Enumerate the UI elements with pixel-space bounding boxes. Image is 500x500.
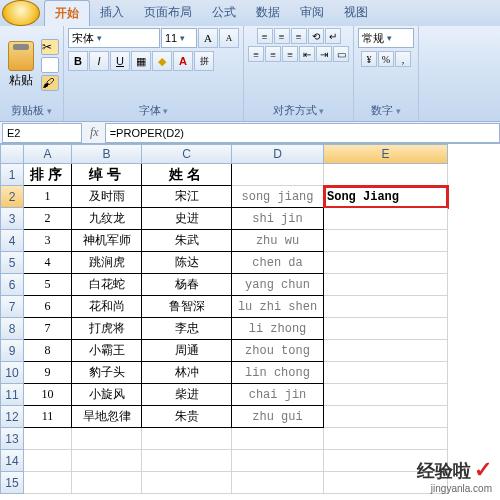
cell-D6[interactable]: yang chun	[232, 274, 324, 296]
orientation-button[interactable]: ⟲	[308, 28, 324, 44]
cell-B12[interactable]: 旱地忽律	[72, 406, 142, 428]
cell-B3[interactable]: 九纹龙	[72, 208, 142, 230]
cell-C2[interactable]: 宋江	[142, 186, 232, 208]
cell-A3[interactable]: 2	[24, 208, 72, 230]
row-header-15[interactable]: 15	[0, 472, 24, 494]
align-right-button[interactable]: ≡	[282, 46, 298, 62]
cell-E14[interactable]	[324, 450, 448, 472]
cell-A7[interactable]: 6	[24, 296, 72, 318]
paste-button[interactable]: 粘贴	[4, 39, 38, 91]
cell-C15[interactable]	[142, 472, 232, 494]
cell-E1[interactable]	[324, 164, 448, 186]
cell-A5[interactable]: 4	[24, 252, 72, 274]
phonetic-button[interactable]: 拼	[194, 51, 214, 71]
cell-E10[interactable]	[324, 362, 448, 384]
increase-indent-button[interactable]: ⇥	[316, 46, 332, 62]
cell-A2[interactable]: 1	[24, 186, 72, 208]
cell-C8[interactable]: 李忠	[142, 318, 232, 340]
cell-A13[interactable]	[24, 428, 72, 450]
col-header-D[interactable]: D	[232, 144, 324, 164]
decrease-font-button[interactable]: A	[219, 28, 239, 48]
cell-D10[interactable]: lin chong	[232, 362, 324, 384]
align-top-button[interactable]: ≡	[257, 28, 273, 44]
tab-3[interactable]: 公式	[202, 0, 246, 26]
row-header-3[interactable]: 3	[0, 208, 24, 230]
cell-B10[interactable]: 豹子头	[72, 362, 142, 384]
cell-grid[interactable]: 排序绰号姓名1及时雨宋江song jiangSong Jiang2九纹龙史进sh…	[24, 164, 448, 500]
name-box[interactable]: E2	[2, 123, 82, 143]
row-header-5[interactable]: 5	[0, 252, 24, 274]
cell-E8[interactable]	[324, 318, 448, 340]
cell-A15[interactable]	[24, 472, 72, 494]
cell-A9[interactable]: 8	[24, 340, 72, 362]
cell-C1[interactable]: 姓名	[142, 164, 232, 186]
number-format-select[interactable]: 常规	[358, 28, 414, 48]
font-size-select[interactable]: 11	[161, 28, 197, 48]
cell-B6[interactable]: 白花蛇	[72, 274, 142, 296]
cell-D12[interactable]: zhu gui	[232, 406, 324, 428]
cell-E13[interactable]	[324, 428, 448, 450]
col-header-C[interactable]: C	[142, 144, 232, 164]
cell-E4[interactable]	[324, 230, 448, 252]
cell-B2[interactable]: 及时雨	[72, 186, 142, 208]
tab-4[interactable]: 数据	[246, 0, 290, 26]
row-header-13[interactable]: 13	[0, 428, 24, 450]
currency-button[interactable]: ¥	[361, 51, 377, 67]
cell-E9[interactable]	[324, 340, 448, 362]
row-header-10[interactable]: 10	[0, 362, 24, 384]
cell-A8[interactable]: 7	[24, 318, 72, 340]
cell-A4[interactable]: 3	[24, 230, 72, 252]
cell-D9[interactable]: zhou tong	[232, 340, 324, 362]
cell-A11[interactable]: 10	[24, 384, 72, 406]
format-painter-icon[interactable]: 🖌	[41, 75, 59, 91]
formula-bar[interactable]: =PROPER(D2)	[105, 123, 500, 143]
cell-A12[interactable]: 11	[24, 406, 72, 428]
cell-D3[interactable]: shi jin	[232, 208, 324, 230]
align-center-button[interactable]: ≡	[265, 46, 281, 62]
cell-C4[interactable]: 朱武	[142, 230, 232, 252]
cell-E5[interactable]	[324, 252, 448, 274]
select-all-corner[interactable]	[0, 144, 24, 164]
tab-6[interactable]: 视图	[334, 0, 378, 26]
cell-B8[interactable]: 打虎将	[72, 318, 142, 340]
italic-button[interactable]: I	[89, 51, 109, 71]
cell-E2[interactable]: Song Jiang	[324, 186, 448, 208]
cell-B9[interactable]: 小霸王	[72, 340, 142, 362]
cell-D8[interactable]: li zhong	[232, 318, 324, 340]
fill-color-button[interactable]: ◆	[152, 51, 172, 71]
cell-D5[interactable]: chen da	[232, 252, 324, 274]
decrease-indent-button[interactable]: ⇤	[299, 46, 315, 62]
cell-C3[interactable]: 史进	[142, 208, 232, 230]
underline-button[interactable]: U	[110, 51, 130, 71]
cell-C6[interactable]: 杨春	[142, 274, 232, 296]
font-color-button[interactable]: A	[173, 51, 193, 71]
row-header-11[interactable]: 11	[0, 384, 24, 406]
cell-A10[interactable]: 9	[24, 362, 72, 384]
col-header-A[interactable]: A	[24, 144, 72, 164]
cell-D14[interactable]	[232, 450, 324, 472]
tab-2[interactable]: 页面布局	[134, 0, 202, 26]
row-header-7[interactable]: 7	[0, 296, 24, 318]
align-bottom-button[interactable]: ≡	[291, 28, 307, 44]
cell-E7[interactable]	[324, 296, 448, 318]
cell-B5[interactable]: 跳涧虎	[72, 252, 142, 274]
row-header-1[interactable]: 1	[0, 164, 24, 186]
fx-icon[interactable]: fx	[84, 125, 105, 140]
row-header-12[interactable]: 12	[0, 406, 24, 428]
cell-D4[interactable]: zhu wu	[232, 230, 324, 252]
cell-C9[interactable]: 周通	[142, 340, 232, 362]
cell-B14[interactable]	[72, 450, 142, 472]
cell-E12[interactable]	[324, 406, 448, 428]
cut-icon[interactable]: ✂	[41, 39, 59, 55]
align-middle-button[interactable]: ≡	[274, 28, 290, 44]
col-header-E[interactable]: E	[324, 144, 448, 164]
col-header-B[interactable]: B	[72, 144, 142, 164]
cell-E15[interactable]	[324, 472, 448, 494]
cell-D2[interactable]: song jiang	[232, 186, 324, 208]
merge-button[interactable]: ▭	[333, 46, 349, 62]
cell-D11[interactable]: chai jin	[232, 384, 324, 406]
cell-E3[interactable]	[324, 208, 448, 230]
row-header-2[interactable]: 2	[0, 186, 24, 208]
row-header-4[interactable]: 4	[0, 230, 24, 252]
row-header-14[interactable]: 14	[0, 450, 24, 472]
